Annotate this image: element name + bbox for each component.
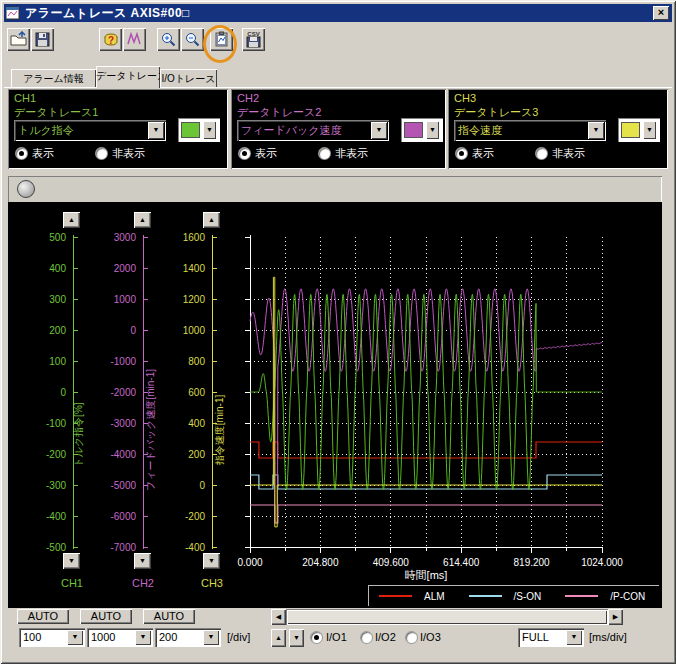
ch3-signal-select[interactable]: 指令速度 ▼	[454, 120, 606, 141]
svg-text:-1000: -1000	[110, 356, 136, 367]
ch2-axis-up-button[interactable]: ▲	[134, 212, 151, 228]
svg-text:1400: 1400	[183, 263, 206, 274]
ch2-hide-label: 非表示	[335, 146, 368, 161]
div-unit-label: [/div]	[227, 631, 250, 643]
svg-text:819.200: 819.200	[514, 557, 551, 568]
ch2-scale-select[interactable]: 1000 ▼	[87, 628, 153, 647]
alarm-database-icon: ?	[102, 31, 119, 48]
svg-text:?: ?	[108, 35, 114, 46]
io2-label: I/O2	[375, 631, 396, 643]
s-on-legend-line	[469, 595, 502, 597]
svg-text:400: 400	[49, 263, 66, 274]
time-scrollbar[interactable]	[286, 609, 608, 625]
close-button[interactable]: ×	[653, 6, 669, 20]
ch3-scale-select[interactable]: 200 ▼	[155, 628, 221, 647]
svg-text:0: 0	[130, 325, 136, 336]
ch2-axis-down-button[interactable]: ▼	[134, 553, 151, 569]
svg-text:-100: -100	[46, 418, 66, 429]
scrollbar-thumb[interactable]	[287, 610, 607, 624]
svg-text:-6000: -6000	[110, 511, 136, 522]
ch3-axis-down-button[interactable]: ▼	[203, 553, 220, 569]
svg-text:1000: 1000	[114, 294, 137, 305]
svg-text:800: 800	[188, 356, 205, 367]
io2-radio[interactable]	[361, 632, 372, 643]
svg-text:204.800: 204.800	[302, 557, 339, 568]
ch3-show-radio[interactable]	[456, 148, 467, 159]
ch3-color-swatch	[621, 122, 640, 138]
ch3-hide-radio[interactable]	[536, 148, 547, 159]
chevron-down-icon[interactable]: ▼	[643, 121, 656, 139]
alm-legend-line	[379, 595, 412, 597]
io1-radio[interactable]	[311, 632, 322, 643]
ch2-hide-radio[interactable]	[319, 148, 330, 159]
chevron-down-icon[interactable]: ▼	[426, 121, 439, 139]
chevron-down-icon[interactable]: ▼	[203, 121, 216, 139]
ch2-axis-name: フィードバック速度[min-1]	[144, 345, 158, 515]
ch2-signal-select[interactable]: フィードバック速度 ▼	[237, 120, 389, 141]
chevron-down-icon[interactable]: ▼	[566, 630, 582, 645]
ch1-hide-radio[interactable]	[96, 148, 107, 159]
copy-to-clipboard-button[interactable]	[210, 28, 233, 51]
time-range-select[interactable]: FULL ▼	[518, 628, 584, 647]
chevron-down-icon[interactable]: ▼	[588, 122, 604, 139]
ch1-show-radio[interactable]	[16, 148, 27, 159]
ch1-signal-select[interactable]: トルク指令 ▼	[14, 120, 166, 141]
zoom-out-button[interactable]	[181, 28, 204, 51]
ch3-auto-scale-button[interactable]: AUTO	[143, 609, 195, 624]
svg-text:2000: 2000	[114, 263, 137, 274]
chevron-down-icon[interactable]: ▼	[135, 630, 151, 645]
svg-text:-400: -400	[46, 511, 66, 522]
scroll-right-button[interactable]: ▶	[608, 609, 623, 625]
ch3-label: CH3	[454, 91, 668, 105]
ch2-color-swatch	[404, 122, 423, 138]
ch2-show-label: 表示	[255, 146, 277, 161]
titlebar[interactable]: アラームトレース AXIS#00□ ×	[4, 4, 672, 22]
chevron-down-icon[interactable]: ▼	[371, 122, 387, 139]
io-up-button[interactable]: ▲	[271, 629, 286, 647]
chevron-down-icon[interactable]: ▼	[148, 122, 164, 139]
chart-body: 0.000204.800409.600614.400819.2001024.00…	[8, 202, 662, 608]
trace-waveform-button[interactable]	[123, 28, 146, 51]
zoom-in-icon	[160, 31, 177, 48]
tab-data-trace[interactable]: データトレース	[96, 66, 160, 88]
io3-radio[interactable]	[406, 632, 417, 643]
ch1-scale-select[interactable]: 100 ▼	[19, 628, 85, 647]
ch2-auto-scale-button[interactable]: AUTO	[80, 609, 132, 624]
chevron-down-icon[interactable]: ▼	[67, 630, 83, 645]
tab-io-trace[interactable]: I/Oトレース	[160, 69, 217, 88]
svg-text:500: 500	[49, 232, 66, 243]
ch1-trace-label: データトレース1	[14, 105, 228, 119]
ch3-trace-label: データトレース3	[454, 105, 668, 119]
window-title: アラームトレース AXIS#00□	[25, 5, 190, 22]
open-button[interactable]	[7, 28, 30, 51]
chart-header-strip	[9, 177, 661, 202]
tab-alarm-info[interactable]: アラーム情報	[11, 69, 96, 88]
ch3-color-select[interactable]: ▼	[618, 118, 660, 142]
svg-text:300: 300	[49, 294, 66, 305]
chevron-down-icon[interactable]: ▼	[203, 630, 219, 645]
scroll-left-button[interactable]: ◀	[271, 609, 286, 625]
save-button[interactable]	[31, 28, 54, 51]
svg-text:-300: -300	[46, 480, 66, 491]
ch1-signal-value: トルク指令	[18, 124, 74, 136]
io3-label: I/O3	[420, 631, 441, 643]
s-on-legend-label: /S-ON	[514, 591, 542, 602]
ch1-color-select[interactable]: ▼	[178, 118, 220, 142]
svg-text:3000: 3000	[114, 232, 137, 243]
alarm-info-button[interactable]: ?	[99, 28, 122, 51]
svg-text:0.000: 0.000	[237, 557, 262, 568]
ch2-show-radio[interactable]	[239, 148, 250, 159]
ch3-show-label: 表示	[472, 146, 494, 161]
ch3-axis-up-button[interactable]: ▲	[203, 212, 220, 228]
ch1-axis-down-button[interactable]: ▼	[63, 553, 80, 569]
y-axis-ch3: 16001400120010008006004002000-200-400	[183, 232, 217, 553]
io-down-button[interactable]: ▼	[289, 629, 304, 647]
ch1-axis-up-button[interactable]: ▲	[63, 212, 80, 228]
zoom-in-button[interactable]	[157, 28, 180, 51]
tab-label: データトレース	[96, 70, 160, 81]
ch2-label: CH2	[237, 91, 446, 105]
csv-save-button[interactable]: CSV	[242, 28, 265, 51]
ch1-auto-scale-button[interactable]: AUTO	[17, 609, 69, 624]
p-con-legend-label: /P-CON	[610, 591, 645, 602]
ch2-color-select[interactable]: ▼	[401, 118, 443, 142]
